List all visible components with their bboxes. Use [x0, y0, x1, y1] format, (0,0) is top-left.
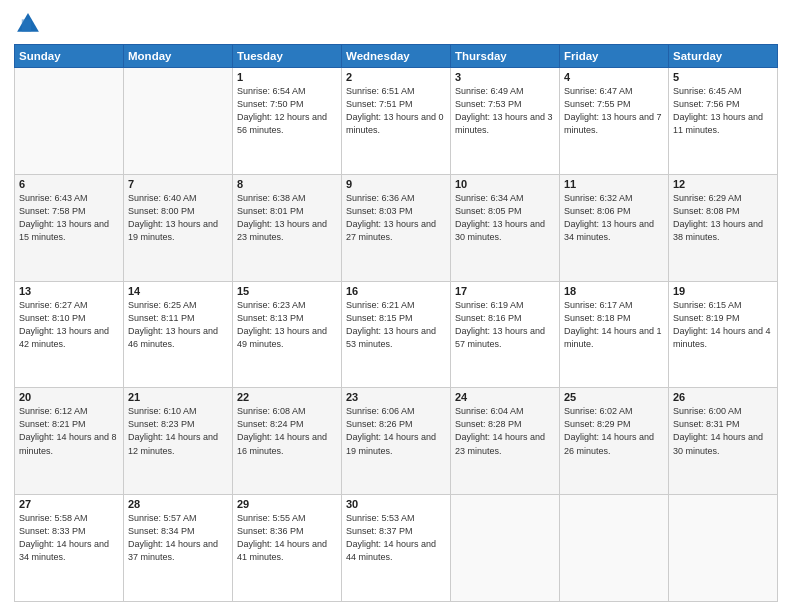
calendar-cell: 10Sunrise: 6:34 AMSunset: 8:05 PMDayligh…	[451, 174, 560, 281]
day-number: 1	[237, 71, 337, 83]
header	[14, 10, 778, 38]
day-info: Sunrise: 6:34 AMSunset: 8:05 PMDaylight:…	[455, 192, 555, 244]
day-info: Sunrise: 5:58 AMSunset: 8:33 PMDaylight:…	[19, 512, 119, 564]
day-number: 20	[19, 391, 119, 403]
day-info: Sunrise: 6:54 AMSunset: 7:50 PMDaylight:…	[237, 85, 337, 137]
week-row-5: 27Sunrise: 5:58 AMSunset: 8:33 PMDayligh…	[15, 495, 778, 602]
day-info: Sunrise: 6:19 AMSunset: 8:16 PMDaylight:…	[455, 299, 555, 351]
calendar-cell	[669, 495, 778, 602]
day-number: 21	[128, 391, 228, 403]
day-info: Sunrise: 6:12 AMSunset: 8:21 PMDaylight:…	[19, 405, 119, 457]
day-header-tuesday: Tuesday	[233, 45, 342, 68]
week-row-2: 6Sunrise: 6:43 AMSunset: 7:58 PMDaylight…	[15, 174, 778, 281]
day-info: Sunrise: 5:53 AMSunset: 8:37 PMDaylight:…	[346, 512, 446, 564]
calendar-cell: 11Sunrise: 6:32 AMSunset: 8:06 PMDayligh…	[560, 174, 669, 281]
calendar-cell: 19Sunrise: 6:15 AMSunset: 8:19 PMDayligh…	[669, 281, 778, 388]
calendar-cell: 9Sunrise: 6:36 AMSunset: 8:03 PMDaylight…	[342, 174, 451, 281]
calendar-cell: 12Sunrise: 6:29 AMSunset: 8:08 PMDayligh…	[669, 174, 778, 281]
day-number: 26	[673, 391, 773, 403]
calendar-cell	[15, 68, 124, 175]
day-info: Sunrise: 6:36 AMSunset: 8:03 PMDaylight:…	[346, 192, 446, 244]
day-number: 6	[19, 178, 119, 190]
day-info: Sunrise: 6:08 AMSunset: 8:24 PMDaylight:…	[237, 405, 337, 457]
day-info: Sunrise: 6:06 AMSunset: 8:26 PMDaylight:…	[346, 405, 446, 457]
calendar-cell: 25Sunrise: 6:02 AMSunset: 8:29 PMDayligh…	[560, 388, 669, 495]
calendar-table: SundayMondayTuesdayWednesdayThursdayFrid…	[14, 44, 778, 602]
day-header-sunday: Sunday	[15, 45, 124, 68]
page: SundayMondayTuesdayWednesdayThursdayFrid…	[0, 0, 792, 612]
calendar-cell	[124, 68, 233, 175]
day-number: 3	[455, 71, 555, 83]
calendar-cell: 8Sunrise: 6:38 AMSunset: 8:01 PMDaylight…	[233, 174, 342, 281]
day-number: 30	[346, 498, 446, 510]
calendar-cell: 1Sunrise: 6:54 AMSunset: 7:50 PMDaylight…	[233, 68, 342, 175]
day-number: 17	[455, 285, 555, 297]
calendar-cell: 3Sunrise: 6:49 AMSunset: 7:53 PMDaylight…	[451, 68, 560, 175]
day-number: 12	[673, 178, 773, 190]
day-info: Sunrise: 6:40 AMSunset: 8:00 PMDaylight:…	[128, 192, 228, 244]
calendar-cell: 6Sunrise: 6:43 AMSunset: 7:58 PMDaylight…	[15, 174, 124, 281]
calendar-cell: 15Sunrise: 6:23 AMSunset: 8:13 PMDayligh…	[233, 281, 342, 388]
day-info: Sunrise: 6:38 AMSunset: 8:01 PMDaylight:…	[237, 192, 337, 244]
calendar-cell: 28Sunrise: 5:57 AMSunset: 8:34 PMDayligh…	[124, 495, 233, 602]
day-header-thursday: Thursday	[451, 45, 560, 68]
week-row-4: 20Sunrise: 6:12 AMSunset: 8:21 PMDayligh…	[15, 388, 778, 495]
svg-marker-1	[22, 19, 31, 31]
calendar-cell: 29Sunrise: 5:55 AMSunset: 8:36 PMDayligh…	[233, 495, 342, 602]
calendar-header-row: SundayMondayTuesdayWednesdayThursdayFrid…	[15, 45, 778, 68]
week-row-1: 1Sunrise: 6:54 AMSunset: 7:50 PMDaylight…	[15, 68, 778, 175]
day-info: Sunrise: 6:02 AMSunset: 8:29 PMDaylight:…	[564, 405, 664, 457]
calendar-cell	[451, 495, 560, 602]
day-info: Sunrise: 6:29 AMSunset: 8:08 PMDaylight:…	[673, 192, 773, 244]
day-number: 27	[19, 498, 119, 510]
calendar-cell: 18Sunrise: 6:17 AMSunset: 8:18 PMDayligh…	[560, 281, 669, 388]
day-number: 11	[564, 178, 664, 190]
day-header-friday: Friday	[560, 45, 669, 68]
day-number: 14	[128, 285, 228, 297]
calendar-cell: 27Sunrise: 5:58 AMSunset: 8:33 PMDayligh…	[15, 495, 124, 602]
logo	[14, 10, 46, 38]
logo-icon	[14, 10, 42, 38]
day-header-monday: Monday	[124, 45, 233, 68]
calendar-cell: 16Sunrise: 6:21 AMSunset: 8:15 PMDayligh…	[342, 281, 451, 388]
day-info: Sunrise: 6:27 AMSunset: 8:10 PMDaylight:…	[19, 299, 119, 351]
day-number: 9	[346, 178, 446, 190]
day-info: Sunrise: 6:51 AMSunset: 7:51 PMDaylight:…	[346, 85, 446, 137]
calendar-cell: 5Sunrise: 6:45 AMSunset: 7:56 PMDaylight…	[669, 68, 778, 175]
day-info: Sunrise: 6:23 AMSunset: 8:13 PMDaylight:…	[237, 299, 337, 351]
day-header-saturday: Saturday	[669, 45, 778, 68]
calendar-cell: 22Sunrise: 6:08 AMSunset: 8:24 PMDayligh…	[233, 388, 342, 495]
calendar-cell: 26Sunrise: 6:00 AMSunset: 8:31 PMDayligh…	[669, 388, 778, 495]
day-number: 10	[455, 178, 555, 190]
day-info: Sunrise: 6:21 AMSunset: 8:15 PMDaylight:…	[346, 299, 446, 351]
day-number: 8	[237, 178, 337, 190]
day-info: Sunrise: 6:49 AMSunset: 7:53 PMDaylight:…	[455, 85, 555, 137]
day-number: 28	[128, 498, 228, 510]
day-number: 24	[455, 391, 555, 403]
day-number: 25	[564, 391, 664, 403]
day-info: Sunrise: 5:57 AMSunset: 8:34 PMDaylight:…	[128, 512, 228, 564]
day-number: 19	[673, 285, 773, 297]
calendar-cell: 2Sunrise: 6:51 AMSunset: 7:51 PMDaylight…	[342, 68, 451, 175]
calendar-cell: 17Sunrise: 6:19 AMSunset: 8:16 PMDayligh…	[451, 281, 560, 388]
day-number: 23	[346, 391, 446, 403]
day-number: 2	[346, 71, 446, 83]
day-number: 29	[237, 498, 337, 510]
day-info: Sunrise: 5:55 AMSunset: 8:36 PMDaylight:…	[237, 512, 337, 564]
day-info: Sunrise: 6:00 AMSunset: 8:31 PMDaylight:…	[673, 405, 773, 457]
calendar-cell: 21Sunrise: 6:10 AMSunset: 8:23 PMDayligh…	[124, 388, 233, 495]
calendar-cell: 4Sunrise: 6:47 AMSunset: 7:55 PMDaylight…	[560, 68, 669, 175]
week-row-3: 13Sunrise: 6:27 AMSunset: 8:10 PMDayligh…	[15, 281, 778, 388]
day-info: Sunrise: 6:47 AMSunset: 7:55 PMDaylight:…	[564, 85, 664, 137]
calendar-cell: 7Sunrise: 6:40 AMSunset: 8:00 PMDaylight…	[124, 174, 233, 281]
day-info: Sunrise: 6:43 AMSunset: 7:58 PMDaylight:…	[19, 192, 119, 244]
day-number: 18	[564, 285, 664, 297]
day-info: Sunrise: 6:15 AMSunset: 8:19 PMDaylight:…	[673, 299, 773, 351]
day-number: 7	[128, 178, 228, 190]
calendar-cell: 14Sunrise: 6:25 AMSunset: 8:11 PMDayligh…	[124, 281, 233, 388]
day-number: 4	[564, 71, 664, 83]
day-header-wednesday: Wednesday	[342, 45, 451, 68]
calendar-cell: 30Sunrise: 5:53 AMSunset: 8:37 PMDayligh…	[342, 495, 451, 602]
calendar-cell: 23Sunrise: 6:06 AMSunset: 8:26 PMDayligh…	[342, 388, 451, 495]
day-number: 16	[346, 285, 446, 297]
